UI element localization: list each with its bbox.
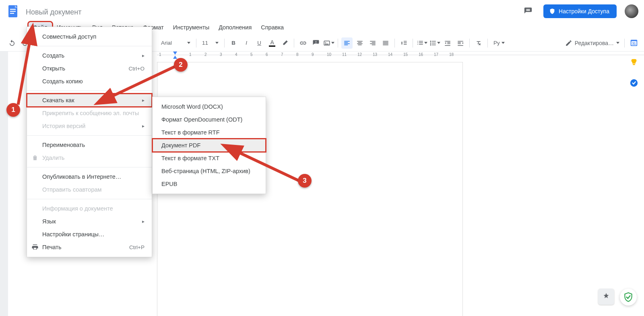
- svg-point-7: [430, 42, 431, 43]
- numbered-list-button[interactable]: [416, 37, 427, 49]
- file-menu-share[interactable]: Совместный доступ: [27, 30, 152, 43]
- left-indent-marker[interactable]: [173, 56, 177, 59]
- account-avatar[interactable]: [625, 4, 638, 18]
- file-menu-dropdown: Совместный доступ Создать▸ ОткрытьCtrl+O…: [27, 27, 152, 257]
- annotation-arrow-2: [93, 64, 181, 110]
- menu-item-label: Опубликовать в Интернете…: [42, 173, 121, 180]
- ruler-tick: 5: [250, 52, 253, 57]
- file-menu-print[interactable]: ПечатьCtrl+P: [27, 241, 152, 254]
- share-button-label: Настройки Доступа: [559, 8, 609, 14]
- menu-help[interactable]: Справка: [257, 23, 288, 32]
- font-size-select[interactable]: 11: [200, 40, 221, 46]
- ruler-tick: 2: [204, 52, 207, 57]
- italic-button[interactable]: I: [241, 37, 252, 49]
- toolbar-separator: [338, 39, 338, 48]
- submenu-arrow-icon: ▸: [142, 53, 144, 58]
- svg-point-6: [430, 41, 431, 42]
- ruler-tick: 15: [403, 52, 408, 57]
- toolbar-separator: [196, 39, 196, 48]
- annotation-arrow-1: [12, 24, 36, 110]
- header-right: Настройки Доступа: [521, 4, 638, 19]
- download-odt[interactable]: Формат OpenDocument (ODT): [153, 113, 266, 126]
- menu-item-label: Печать: [42, 244, 62, 250]
- clear-formatting-button[interactable]: [473, 37, 484, 49]
- menu-item-label: Удалить: [42, 155, 64, 161]
- toolbar-separator: [469, 39, 470, 48]
- file-menu-rename[interactable]: Переименовать: [27, 138, 152, 151]
- ruler-tick: 7: [281, 52, 283, 57]
- font-family-value: Arial: [161, 40, 172, 46]
- align-left-button[interactable]: [341, 37, 353, 49]
- align-center-button[interactable]: [354, 37, 365, 49]
- calendar-addon-icon[interactable]: 31: [629, 38, 639, 48]
- bold-button[interactable]: B: [228, 37, 239, 49]
- insert-comment-button[interactable]: [310, 37, 322, 49]
- ruler-tick: 4: [235, 52, 237, 57]
- menu-tools[interactable]: Инструменты: [169, 23, 213, 32]
- file-menu-publish[interactable]: Опубликовать в Интернете…: [27, 170, 152, 183]
- toolbar-separator: [413, 39, 413, 48]
- align-justify-button[interactable]: [380, 37, 391, 49]
- font-size-value: 11: [202, 40, 208, 46]
- menu-item-label: История версий: [42, 123, 85, 129]
- decrease-indent-button[interactable]: [442, 37, 453, 49]
- spelling-language-value: Ру: [493, 40, 500, 46]
- menu-item-label: Совместный доступ: [42, 33, 96, 40]
- caret-down-icon: [616, 42, 619, 44]
- svg-point-5: [325, 42, 326, 43]
- keep-addon-icon[interactable]: [629, 58, 639, 68]
- first-line-indent-marker[interactable]: [173, 52, 177, 55]
- underline-button[interactable]: U: [254, 37, 265, 49]
- text-color-button[interactable]: A: [266, 37, 278, 49]
- tasks-addon-icon[interactable]: [629, 78, 639, 88]
- menu-addons[interactable]: Дополнения: [215, 23, 256, 32]
- document-title[interactable]: Новый документ: [26, 6, 515, 17]
- caret-down-icon: [187, 42, 190, 44]
- ruler-tick: 9: [312, 52, 314, 57]
- highlight-color-button[interactable]: [279, 37, 291, 49]
- share-button[interactable]: Настройки Доступа: [543, 4, 617, 18]
- ruler-tick: 13: [373, 52, 377, 57]
- explore-button[interactable]: [598, 289, 614, 305]
- trash-icon: [31, 154, 39, 162]
- menu-item-label: Прикрепить к сообщению эл. почты: [42, 110, 139, 116]
- download-rtf[interactable]: Текст в формате RTF: [153, 126, 266, 139]
- menu-item-label: Создать: [42, 52, 64, 59]
- menu-separator: [27, 135, 152, 136]
- file-menu-page-setup[interactable]: Настройки страницы…: [27, 228, 152, 241]
- font-family-select[interactable]: Arial: [159, 40, 193, 46]
- security-badge-icon[interactable]: [620, 289, 637, 306]
- ruler-tick: 3: [220, 52, 222, 57]
- vertical-ruler[interactable]: [0, 60, 8, 316]
- menu-item-label: Формат OpenDocument (ODT): [161, 116, 242, 123]
- menu-item-label: Создать копию: [42, 78, 83, 85]
- file-menu-version-history[interactable]: История версий▸: [27, 120, 152, 132]
- submenu-arrow-icon: ▸: [142, 123, 144, 129]
- menu-item-label: Скачать как: [42, 97, 74, 103]
- svg-line-14: [18, 28, 32, 105]
- comments-icon[interactable]: [521, 4, 535, 19]
- insert-image-button[interactable]: [323, 37, 334, 49]
- file-menu-language[interactable]: Язык▸: [27, 215, 152, 228]
- print-icon: [31, 243, 39, 251]
- svg-rect-2: [10, 11, 16, 12]
- docs-logo-icon[interactable]: [6, 4, 20, 19]
- svg-point-8: [430, 44, 431, 45]
- bullet-list-button[interactable]: [429, 37, 440, 49]
- file-menu-new[interactable]: Создать▸: [27, 49, 152, 62]
- svg-line-16: [225, 146, 300, 181]
- ruler-corner: [0, 52, 8, 60]
- align-right-button[interactable]: [367, 37, 378, 49]
- menu-separator: [27, 46, 152, 46]
- spelling-language-select[interactable]: Ру: [491, 40, 507, 46]
- ruler-tick: 11: [342, 52, 347, 57]
- increase-indent-button[interactable]: [455, 37, 466, 49]
- menu-item-label: Отправить соавторам: [42, 186, 102, 193]
- svg-rect-1: [10, 9, 16, 10]
- line-spacing-button[interactable]: [398, 37, 409, 49]
- editing-mode-select[interactable]: Редактирова…: [565, 39, 619, 47]
- menu-separator: [27, 167, 152, 167]
- annotation-marker-2: 2: [174, 58, 188, 72]
- ruler-tick: 12: [357, 52, 362, 57]
- insert-link-button[interactable]: [297, 37, 309, 49]
